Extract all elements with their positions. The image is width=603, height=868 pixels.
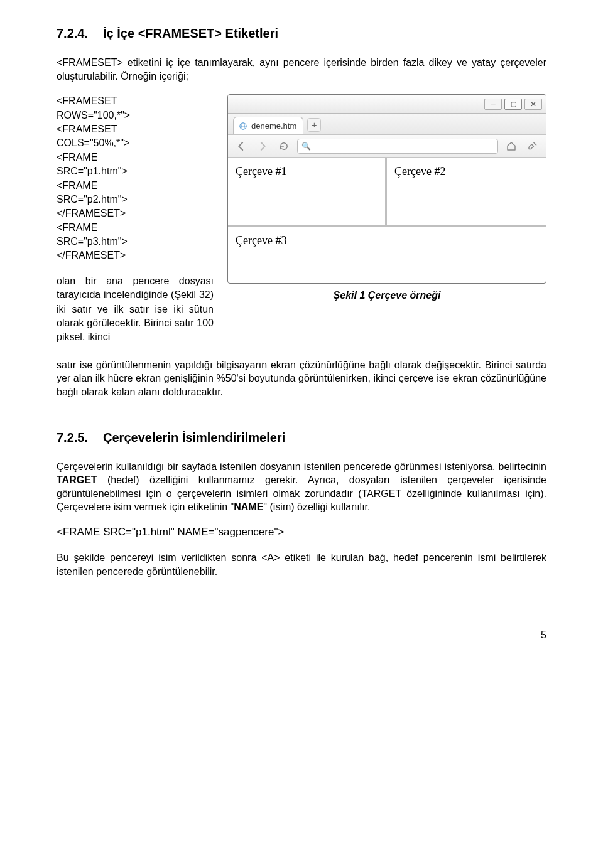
- frame-viewport: Çerçeve #1 Çerçeve #2 Çerçeve #3: [228, 158, 546, 283]
- section-heading-1: 7.2.4.İç İçe <FRAMESET> Etiketleri: [57, 25, 546, 42]
- minimize-button[interactable]: ─: [484, 99, 502, 110]
- browser-toolbar: 🔍: [228, 135, 546, 158]
- frame-cell-3: Çerçeve #3: [228, 227, 546, 283]
- figure-caption: Şekil 1 Çerçeve örneği: [227, 289, 546, 303]
- section-number-2: 7.2.5.: [57, 431, 88, 444]
- page-number: 5: [57, 628, 546, 642]
- frame-cell-2: Çerçeve #2: [387, 158, 546, 225]
- close-button[interactable]: ✕: [524, 99, 542, 110]
- back-button[interactable]: [233, 138, 249, 154]
- section-title-1: İç İçe <FRAMESET> Etiketleri: [103, 26, 278, 40]
- titlebar: ─ ▢ ✕: [228, 95, 546, 114]
- flow-paragraph: satır ise görüntülenmenin yapıldığı bilg…: [57, 358, 546, 399]
- left-narrow-paragraph: olan bir ana pencere dosyası tarayıcıda …: [57, 274, 214, 345]
- section-title-2: Çerçevelerin İsimlendirilmeleri: [103, 431, 285, 444]
- maximize-button[interactable]: ▢: [504, 99, 522, 110]
- tab-bar: deneme.htm +: [228, 114, 546, 135]
- section-number-1: 7.2.4.: [57, 26, 88, 40]
- page-icon: [239, 122, 247, 131]
- browser-tab[interactable]: deneme.htm: [233, 117, 303, 134]
- browser-window: ─ ▢ ✕ deneme.htm +: [227, 94, 546, 284]
- sec2-paragraph-1: Çerçevelerin kullanıldığı bir sayfada is…: [57, 460, 546, 514]
- code-block-2: <FRAME SRC="p1.html" NAME="sagpencere">: [57, 525, 546, 540]
- forward-button[interactable]: [254, 138, 271, 154]
- settings-icon[interactable]: [524, 138, 541, 154]
- sec2-paragraph-2: Bu şekilde pencereyi isim verildikten so…: [57, 551, 546, 578]
- search-icon: 🔍: [302, 141, 311, 151]
- home-button[interactable]: [503, 138, 519, 154]
- tab-label: deneme.htm: [251, 121, 296, 132]
- reload-button[interactable]: [276, 138, 292, 154]
- new-tab-button[interactable]: +: [307, 118, 321, 132]
- frame-cell-1: Çerçeve #1: [228, 158, 387, 225]
- address-bar[interactable]: 🔍: [297, 139, 498, 154]
- code-block-1: <FRAMESET ROWS="100,*"> <FRAMESET COLS="…: [57, 94, 214, 263]
- section-heading-2: 7.2.5.Çerçevelerin İsimlendirilmeleri: [57, 429, 546, 446]
- intro-paragraph: <FRAMESET> etiketini iç içe tanımlayarak…: [57, 56, 546, 83]
